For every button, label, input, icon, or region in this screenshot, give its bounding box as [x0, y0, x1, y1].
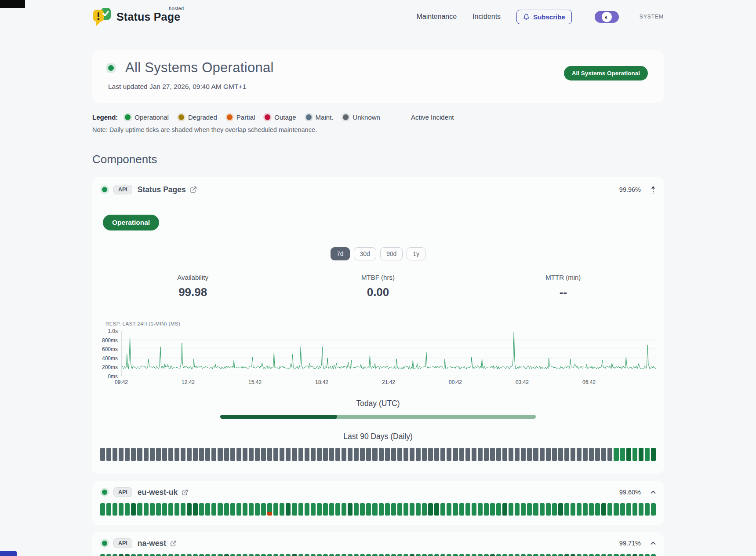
x-tick-label: 00:42: [449, 379, 462, 385]
uptime-tick: [366, 554, 371, 556]
nav-maintenance[interactable]: Maintenance: [416, 13, 457, 21]
external-link-icon[interactable]: [182, 489, 188, 496]
component-type-badge: API: [113, 487, 132, 497]
uptime-tick: [205, 503, 210, 516]
uptime-tick: [379, 554, 384, 556]
range-button-7d[interactable]: 7d: [331, 247, 350, 260]
component-card-eu-west-uk: API eu-west-uk 99.60%: [92, 481, 664, 525]
uptime-tick: [100, 448, 105, 461]
range-button-1y[interactable]: 1y: [407, 247, 425, 260]
y-tick-label: 400ms: [102, 355, 118, 362]
uptime-tick: [137, 448, 142, 461]
uptime-tick: [243, 503, 247, 516]
uptime-tick: [168, 554, 173, 556]
uptime-tick: [453, 503, 458, 516]
uptime-tick: [521, 554, 526, 556]
uptime-tick: [342, 448, 346, 461]
uptime-tick: [478, 503, 483, 516]
component-header[interactable]: API na-west 99.71%: [100, 538, 656, 548]
uptime-tick: [564, 554, 569, 556]
component-type-badge: API: [113, 185, 132, 194]
uptime-tick: [484, 554, 489, 556]
range-button-30d[interactable]: 30d: [354, 247, 376, 260]
uptime-tick: [360, 448, 365, 461]
nav-incidents[interactable]: Incidents: [472, 13, 501, 21]
page-title: All Systems Operational: [125, 60, 274, 76]
uptime-tick: [558, 503, 563, 516]
expand-chevron-icon[interactable]: [651, 490, 656, 494]
legend-item-label: Degraded: [188, 113, 217, 121]
legend-dot: [265, 114, 270, 120]
uptime-tick: [354, 448, 359, 461]
component-card-na-west: API na-west 99.71%: [92, 532, 664, 556]
y-tick-label: 600ms: [102, 346, 118, 352]
uptime-tick: [218, 554, 222, 556]
uptime-tick: [280, 503, 284, 516]
brand[interactable]: Status Page hosted: [92, 7, 180, 26]
uptime-tick: [465, 448, 470, 461]
uptime-tick: [601, 448, 606, 461]
uptime-tick: [286, 503, 291, 516]
uptime-tick: [502, 503, 507, 516]
uptime-tick: [199, 448, 204, 461]
component-header[interactable]: API Status Pages 99.96%: [100, 185, 656, 194]
components-title: Components: [92, 153, 664, 166]
uptime-tick: [224, 448, 229, 461]
external-link-icon[interactable]: [190, 186, 197, 193]
collapse-arrow-icon[interactable]: [651, 186, 656, 194]
uptime-tick: [571, 554, 575, 556]
uptime-tick: [484, 448, 489, 461]
component-name: na-west: [138, 539, 166, 548]
uptime-tick: [577, 554, 582, 556]
uptime-tick: [366, 448, 371, 461]
subscribe-button[interactable]: Subscribe: [516, 10, 572, 24]
uptime-tick: [150, 448, 155, 461]
uptime-tick: [144, 503, 149, 516]
external-link-icon[interactable]: [170, 540, 177, 547]
uptime-tick: [607, 503, 612, 516]
legend-item-label: Maint.: [316, 113, 334, 121]
uptime-tick: [403, 448, 408, 461]
legend-note: Note: Daily uptime ticks are shaded when…: [92, 126, 664, 133]
uptime-tick: [187, 503, 192, 516]
uptime-tick: [236, 554, 241, 556]
theme-toggle[interactable]: ◐: [595, 11, 619, 23]
uptime-tick: [335, 554, 340, 556]
uptime-tick: [162, 448, 167, 461]
uptime-tick: [447, 448, 451, 461]
range-button-90d[interactable]: 90d: [380, 247, 403, 260]
expand-chevron-icon[interactable]: [651, 541, 656, 545]
uptime-tick: [440, 448, 445, 461]
uptime-tick: [632, 554, 637, 556]
uptime-tick: [434, 554, 439, 556]
legend-dot: [306, 114, 312, 120]
uptime-tick: [577, 448, 582, 461]
today-label: Today (UTC): [100, 399, 656, 408]
uptime-tick: [218, 503, 222, 516]
component-header[interactable]: API eu-west-uk 99.60%: [100, 487, 656, 497]
uptime-tick: [527, 554, 532, 556]
uptime-tick: [249, 448, 254, 461]
uptime-tick: [502, 554, 507, 556]
uptime-tick: [348, 503, 353, 516]
uptime-tick: [595, 503, 600, 516]
uptime-tick: [651, 448, 656, 461]
uptime-tick: [243, 554, 247, 556]
uptime-tick: [564, 503, 569, 516]
theme-contrast-icon: ◐: [602, 12, 612, 22]
uptime-tick: [372, 448, 377, 461]
uptime-tick: [131, 448, 136, 461]
uptime-tick: [496, 554, 501, 556]
uptime-tick: [540, 554, 545, 556]
theme-mode-label: SYSTEM: [640, 14, 664, 20]
uptime-tick: [589, 554, 594, 556]
uptime-tick: [632, 448, 637, 461]
last-updated: Last updated Jan 27, 2026, 09:40 AM GMT+…: [108, 83, 648, 91]
uptime-tick: [205, 554, 210, 556]
uptime-tick: [162, 503, 167, 516]
uptime-tick: [391, 448, 396, 461]
uptime-tick: [305, 503, 309, 516]
component-uptime: 99.71%: [619, 540, 641, 547]
uptime-tick: [360, 554, 365, 556]
uptime-tick: [335, 503, 340, 516]
